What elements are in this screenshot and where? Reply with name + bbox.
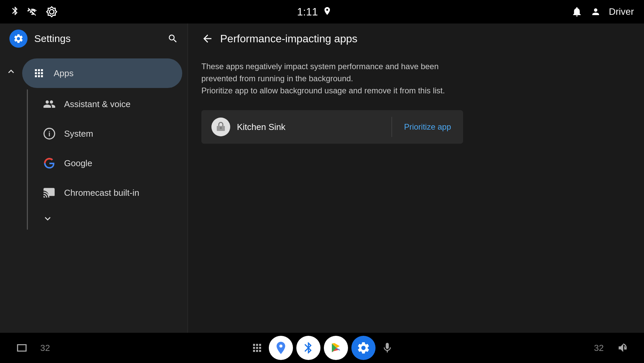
notification-status-icon — [571, 6, 583, 17]
sidebar-item-chromecast[interactable]: Chromecast built-in — [33, 178, 188, 208]
status-bar-left-icons — [10, 6, 58, 18]
bottom-bar-left: 32 — [13, 339, 50, 356]
back-button[interactable] — [201, 33, 213, 45]
bottom-right-number: 32 — [594, 343, 604, 353]
bottom-left-number: 32 — [40, 343, 50, 353]
sidebar-item-apps-label: Apps — [54, 68, 73, 79]
sidebar-nav: Apps Assistant & voice — [0, 54, 188, 333]
panel-title: Performance-impacting apps — [220, 33, 357, 45]
location-status-icon — [323, 6, 332, 17]
overview-button[interactable] — [13, 339, 30, 356]
app-info: Kitchen Sink — [201, 110, 392, 144]
app-name: Kitchen Sink — [237, 122, 286, 132]
panel-content: These apps negatively impact system perf… — [188, 54, 644, 333]
microphone-button[interactable] — [379, 339, 396, 356]
nav-section-items: Apps — [17, 58, 188, 88]
user-name: Driver — [609, 6, 634, 17]
sidebar-item-chromecast-label: Chromecast built-in — [64, 188, 139, 198]
nav-section-apps: Apps — [0, 57, 188, 89]
sidebar-title-row: Settings — [9, 30, 70, 48]
dock-bluetooth-button[interactable] — [296, 336, 320, 360]
sidebar-item-system-label: System — [64, 129, 93, 139]
sidebar-item-assistant[interactable]: Assistant & voice — [33, 89, 188, 119]
status-bar-center: 1:11 — [297, 6, 332, 18]
sidebar: Settings — [0, 24, 188, 333]
user-status-icon — [591, 6, 601, 17]
nav-expand-toggle[interactable] — [33, 208, 188, 230]
svg-point-4 — [279, 345, 282, 348]
dock-play-button[interactable] — [324, 336, 348, 360]
dock-settings-button[interactable] — [351, 336, 376, 360]
volume-button[interactable] — [614, 339, 631, 356]
bottom-bar-center — [249, 336, 396, 360]
sidebar-item-assistant-label: Assistant & voice — [64, 99, 131, 109]
google-icon — [42, 156, 57, 171]
panel-header: Performance-impacting apps — [188, 24, 644, 54]
sidebar-item-google[interactable]: Google — [33, 148, 188, 178]
chromecast-icon — [42, 185, 57, 200]
app-list-row: Kitchen Sink Prioritize app — [201, 110, 463, 144]
search-button[interactable] — [167, 33, 178, 44]
settings-app-icon — [9, 30, 28, 48]
system-icon: i — [42, 126, 57, 141]
right-panel: Performance-impacting apps These apps ne… — [188, 24, 644, 333]
assistant-icon — [42, 97, 57, 111]
bluetooth-status-icon — [10, 6, 20, 18]
main-layout: Settings — [0, 24, 644, 333]
wifi-status-icon — [27, 7, 39, 17]
app-icon — [211, 118, 230, 136]
bottom-bar-right: 32 — [594, 339, 631, 356]
prioritize-app-button[interactable]: Prioritize app — [392, 115, 463, 139]
sidebar-header: Settings — [0, 24, 188, 54]
status-bar: 1:11 Driver — [0, 0, 644, 24]
apps-icon — [32, 66, 46, 81]
bottom-bar: 32 — [0, 333, 644, 363]
status-time: 1:11 — [297, 6, 318, 18]
apps-grid-button[interactable] — [249, 339, 265, 356]
brightness-status-icon — [46, 6, 58, 18]
svg-point-3 — [220, 127, 222, 129]
status-bar-right-icons: Driver — [571, 6, 634, 17]
sidebar-title: Settings — [34, 33, 70, 44]
dock-maps-button[interactable] — [269, 336, 293, 360]
nav-collapse-toggle[interactable] — [0, 58, 17, 85]
sidebar-item-apps[interactable]: Apps — [22, 58, 182, 88]
sidebar-item-system[interactable]: i System — [33, 119, 188, 148]
svg-text:i: i — [48, 130, 50, 138]
sidebar-item-google-label: Google — [64, 158, 92, 169]
panel-description: These apps negatively impact system perf… — [201, 60, 463, 97]
